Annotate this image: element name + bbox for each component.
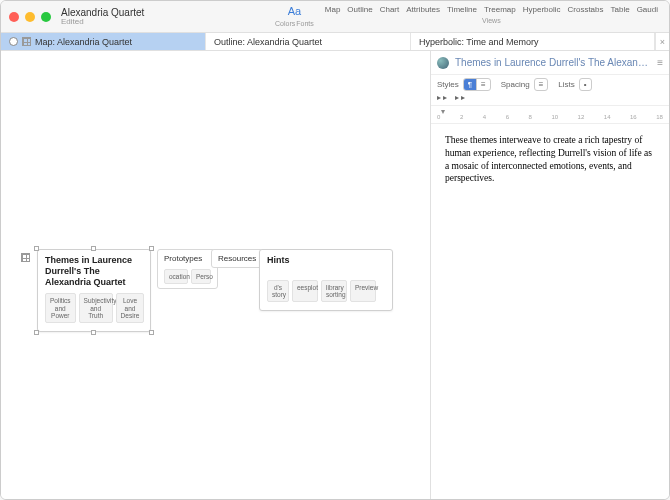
zoom-window-button[interactable] <box>41 12 51 22</box>
child-note[interactable]: Subjectivity and Truth <box>79 293 113 322</box>
ruler-mark: 6 <box>506 114 509 120</box>
note-title: Prototypes <box>164 254 202 263</box>
views-segment: Map Outline Chart Attributes Timeline Tr… <box>322 3 661 24</box>
child-note[interactable]: eesplot <box>292 280 318 302</box>
view-attributes[interactable]: Attributes <box>403 3 443 16</box>
view-treemap[interactable]: Treemap <box>481 3 519 16</box>
ruler-mark: 12 <box>578 114 585 120</box>
resize-handle[interactable] <box>149 246 154 251</box>
resize-handle[interactable] <box>91 330 96 335</box>
view-hyperbolic[interactable]: Hyperbolic <box>520 3 564 16</box>
child-note[interactable]: Love and Desire <box>116 293 145 322</box>
tab-bar: Map: Alexandria Quartet Outline: Alexand… <box>1 33 669 51</box>
ruler[interactable]: ▾ 0 2 4 6 8 10 12 14 16 18 <box>431 106 669 124</box>
child-note[interactable]: d's story <box>267 280 289 302</box>
resize-handle[interactable] <box>34 246 39 251</box>
lists-segment[interactable]: • <box>579 78 592 91</box>
ruler-mark: 4 <box>483 114 486 120</box>
tab-hyperbolic[interactable]: Hyperbolic: Time and Memory <box>411 33 655 50</box>
child-note[interactable]: Perso <box>191 269 211 284</box>
styles-label: Styles <box>437 80 459 89</box>
traffic-lights <box>9 12 51 22</box>
note-title: Hints <box>267 255 385 266</box>
colors-label[interactable]: Colors <box>275 20 295 27</box>
globe-icon <box>437 57 449 69</box>
text-pane-header: Themes in Laurence Durrell's The Alexand… <box>431 51 669 75</box>
resize-handle[interactable] <box>91 246 96 251</box>
view-outline[interactable]: Outline <box>344 3 375 16</box>
note-resources[interactable]: Resources <box>211 249 263 268</box>
text-tools-segment: Aa Colors Fonts <box>275 3 314 27</box>
text-pane: Themes in Laurence Durrell's The Alexand… <box>431 51 669 499</box>
spacing-segment[interactable]: ≡ <box>534 78 549 91</box>
text-pane-menu-icon[interactable]: ≡ <box>657 57 663 68</box>
map-view[interactable]: Themes in Laurence Durrell's The Alexand… <box>1 51 431 499</box>
view-timeline[interactable]: Timeline <box>444 3 480 16</box>
child-note[interactable]: library sorting <box>321 280 347 302</box>
view-gaudi[interactable]: Gaudi <box>634 3 661 16</box>
indent-control-icon[interactable]: ▸ ▸ <box>437 93 447 102</box>
window-title: Alexandria Quartet <box>61 7 144 18</box>
tab-outline[interactable]: Outline: Alexandria Quartet <box>206 33 411 50</box>
close-window-button[interactable] <box>9 12 19 22</box>
app-window: Alexandria Quartet Edited Aa Colors Font… <box>0 0 670 500</box>
fonts-label[interactable]: Fonts <box>296 20 314 27</box>
note-title: Themes in Laurence Durrell's The Alexand… <box>45 255 143 287</box>
view-map[interactable]: Map <box>322 3 344 16</box>
ruler-mark: 14 <box>604 114 611 120</box>
toolbar: Aa Colors Fonts Map Outline Chart Attrib… <box>269 3 661 27</box>
grid-icon <box>21 253 30 262</box>
text-pane-title: Themes in Laurence Durrell's The Alexand… <box>455 57 651 68</box>
note-prototypes[interactable]: Prototypes ocation Perso <box>157 249 218 289</box>
ruler-mark: 0 <box>437 114 440 120</box>
tab-label: Map: Alexandria Quartet <box>35 37 132 47</box>
tab-close-icon[interactable] <box>9 37 18 46</box>
tab-map[interactable]: Map: Alexandria Quartet <box>1 33 206 50</box>
ruler-mark: 2 <box>460 114 463 120</box>
child-note[interactable]: Preview <box>350 280 376 302</box>
child-note[interactable]: Politics and Power <box>45 293 76 322</box>
note-themes[interactable]: Themes in Laurence Durrell's The Alexand… <box>37 249 151 332</box>
styles-segment[interactable]: ¶≡ <box>463 78 491 91</box>
resize-handle[interactable] <box>34 330 39 335</box>
lists-label: Lists <box>558 80 574 89</box>
format-bar: Styles ¶≡ Spacing ≡ Lists • ▸ ▸ ▸ ▸ <box>431 75 669 106</box>
child-note[interactable]: ocation <box>164 269 188 284</box>
ruler-mark: 10 <box>551 114 558 120</box>
view-table[interactable]: Table <box>608 3 633 16</box>
minimize-window-button[interactable] <box>25 12 35 22</box>
view-crosstabs[interactable]: Crosstabs <box>565 3 607 16</box>
ruler-mark: 16 <box>630 114 637 120</box>
text-body[interactable]: These themes interweave to create a rich… <box>431 124 669 499</box>
views-label: Views <box>482 17 501 24</box>
note-title: Resources <box>218 254 256 263</box>
tab-label: Hyperbolic: Time and Memory <box>419 37 539 47</box>
note-hints[interactable]: Hints d's story eesplot library sorting … <box>259 249 393 311</box>
spacing-label: Spacing <box>501 80 530 89</box>
ruler-mark: 18 <box>656 114 663 120</box>
window-subtitle: Edited <box>61 18 144 27</box>
ruler-mark: 8 <box>529 114 532 120</box>
content-area: Themes in Laurence Durrell's The Alexand… <box>1 51 669 499</box>
fonts-button[interactable]: Aa <box>285 3 304 19</box>
indent-control-icon[interactable]: ▸ ▸ <box>455 93 465 102</box>
tab-label: Outline: Alexandria Quartet <box>214 37 322 47</box>
tab-close-button[interactable]: × <box>655 33 669 50</box>
map-icon <box>22 37 31 46</box>
titlebar: Alexandria Quartet Edited Aa Colors Font… <box>1 1 669 33</box>
window-title-area: Alexandria Quartet Edited <box>61 7 144 27</box>
resize-handle[interactable] <box>149 330 154 335</box>
view-chart[interactable]: Chart <box>377 3 403 16</box>
